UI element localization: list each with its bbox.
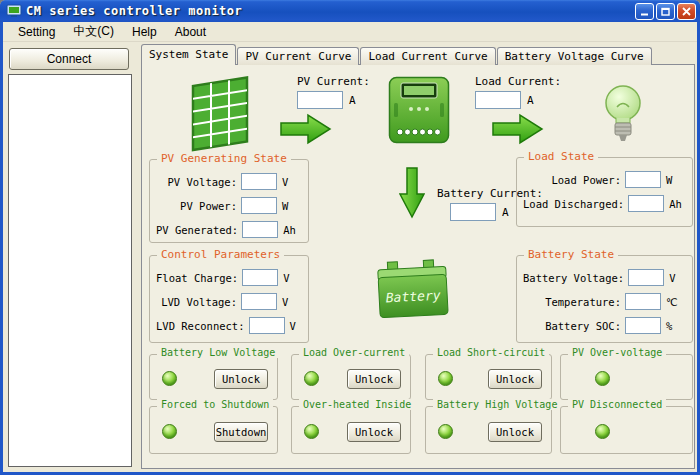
float-charge-label: Float Charge:: [156, 272, 238, 284]
pv-current-input[interactable]: [297, 91, 343, 109]
menu-help[interactable]: Help: [123, 23, 166, 41]
window-title: CM series controller monitor: [26, 4, 242, 18]
unlock-load-over-current-button[interactable]: Unlock: [347, 369, 401, 389]
load-discharged-input[interactable]: [628, 195, 664, 212]
lvd-voltage-unit: V: [282, 296, 302, 308]
light-bulb-icon: [602, 83, 644, 149]
unlock-battery-high-button[interactable]: Unlock: [488, 422, 542, 442]
maximize-icon[interactable]: [656, 3, 675, 20]
close-icon[interactable]: [677, 3, 696, 20]
pv-generated-label: PV Generated:: [156, 224, 238, 236]
controller-icon: [388, 76, 450, 148]
battery-icon-label: Battery: [385, 288, 441, 306]
group-title: PV Generating State: [157, 152, 291, 165]
status-led: [438, 424, 453, 439]
pv-power-label: PV Power:: [156, 200, 237, 212]
alarm-title: Battery High Voltage: [433, 399, 561, 410]
lvd-reconnect-label: LVD Reconnect:: [156, 320, 245, 332]
status-led: [304, 371, 319, 386]
app-icon: [6, 3, 22, 19]
unlock-battery-low-button[interactable]: Unlock: [214, 369, 268, 389]
load-power-label: Load Power:: [523, 174, 621, 186]
menu-about[interactable]: About: [166, 23, 215, 41]
float-charge-unit: V: [283, 272, 302, 284]
alarm-load-short-circuit: Load Short-circuit Unlock: [425, 354, 552, 400]
battery-voltage-label: Battery Voltage:: [523, 272, 624, 284]
tab-pv-current-curve[interactable]: PV Current Curve: [237, 47, 359, 65]
alarm-title: Load Over-current: [299, 347, 409, 358]
arrow-down-icon: [399, 167, 425, 223]
load-current-input[interactable]: [475, 91, 521, 109]
tab-battery-voltage-curve[interactable]: Battery Voltage Curve: [497, 47, 652, 65]
pv-current-label: PV Current:: [297, 75, 370, 88]
menu-bar: Setting 中文(C) Help About: [3, 22, 697, 42]
status-led: [304, 424, 319, 439]
pv-voltage-unit: V: [282, 176, 302, 188]
battery-voltage-unit: V: [669, 272, 686, 284]
alarm-battery-low-voltage: Battery Low Voltage Unlock: [149, 354, 278, 400]
pv-power-input[interactable]: [241, 197, 277, 214]
solar-panel-icon: [186, 71, 254, 157]
load-discharged-label: Load Discharged:: [523, 198, 624, 210]
app-window: CM series controller monitor Setting 中文(…: [0, 0, 700, 475]
battery-voltage-input[interactable]: [628, 269, 664, 286]
pv-voltage-input[interactable]: [241, 173, 277, 190]
group-title: Battery State: [524, 248, 618, 261]
device-list[interactable]: [8, 74, 132, 467]
tab-system-state[interactable]: System State: [141, 44, 236, 65]
temperature-label: Temperature:: [523, 296, 621, 308]
titlebar[interactable]: CM series controller monitor: [0, 0, 700, 22]
status-led: [595, 371, 610, 386]
menu-setting[interactable]: Setting: [9, 23, 64, 41]
load-current-readout: Load Current: A: [475, 75, 561, 109]
load-discharged-unit: Ah: [669, 198, 686, 210]
temperature-input[interactable]: [625, 293, 661, 310]
status-led: [438, 371, 453, 386]
alarm-title: PV Disconnected: [568, 399, 666, 410]
battery-soc-label: Battery SOC:: [523, 320, 621, 332]
shutdown-button[interactable]: Shutdown: [214, 422, 268, 442]
lvd-voltage-input[interactable]: [241, 293, 277, 310]
load-power-input[interactable]: [625, 171, 661, 188]
status-led: [162, 424, 177, 439]
tab-load-current-curve[interactable]: Load Current Curve: [360, 47, 495, 65]
pv-voltage-label: PV Voltage:: [156, 176, 237, 188]
window-controls: [635, 3, 696, 20]
battery-current-unit: A: [502, 206, 509, 219]
alarm-pv-over-voltage: PV Over-voltage: [560, 354, 693, 400]
alarm-over-heated-inside: Over-heated Inside Unlock: [291, 406, 411, 454]
group-battery-state: Battery State Battery Voltage: V Tempera…: [516, 255, 693, 343]
battery-icon: Battery: [373, 253, 453, 327]
group-title: Load State: [524, 150, 598, 163]
alarm-title: Load Short-circuit: [433, 347, 549, 358]
unlock-load-short-circuit-button[interactable]: Unlock: [488, 369, 542, 389]
load-current-unit: A: [527, 94, 534, 107]
load-power-unit: W: [666, 174, 686, 186]
unlock-over-heated-button[interactable]: Unlock: [347, 422, 401, 442]
battery-soc-unit: %: [666, 320, 686, 332]
battery-soc-input[interactable]: [625, 317, 661, 334]
temperature-unit: ℃: [666, 296, 686, 308]
menu-language[interactable]: 中文(C): [64, 21, 123, 42]
alarm-title: Forced to Shutdown: [157, 399, 273, 410]
float-charge-input[interactable]: [242, 269, 278, 286]
group-title: Control Parameters: [157, 248, 284, 261]
minimize-icon[interactable]: [635, 3, 654, 20]
pv-generated-unit: Ah: [283, 224, 302, 236]
connect-button[interactable]: Connect: [9, 48, 129, 70]
lvd-voltage-label: LVD Voltage:: [156, 296, 237, 308]
alarm-forced-to-shutdown: Forced to Shutdown Shutdown: [149, 406, 278, 454]
lvd-reconnect-input[interactable]: [249, 317, 285, 334]
arrow-right-icon: [492, 113, 544, 149]
alarm-title: Battery Low Voltage: [157, 347, 279, 358]
group-pv-generating-state: PV Generating State PV Voltage: V PV Pow…: [149, 159, 309, 243]
alarm-title: PV Over-voltage: [568, 347, 666, 358]
alarm-pv-disconnected: PV Disconnected: [560, 406, 693, 454]
pv-generated-input[interactable]: [242, 221, 278, 238]
status-led: [595, 424, 610, 439]
group-load-state: Load State Load Power: W Load Discharged…: [516, 157, 693, 227]
pv-power-unit: W: [282, 200, 302, 212]
battery-current-input[interactable]: [450, 203, 496, 221]
tab-strip: System State PV Current Curve Load Curre…: [141, 44, 653, 65]
alarm-load-over-current: Load Over-current Unlock: [291, 354, 411, 400]
